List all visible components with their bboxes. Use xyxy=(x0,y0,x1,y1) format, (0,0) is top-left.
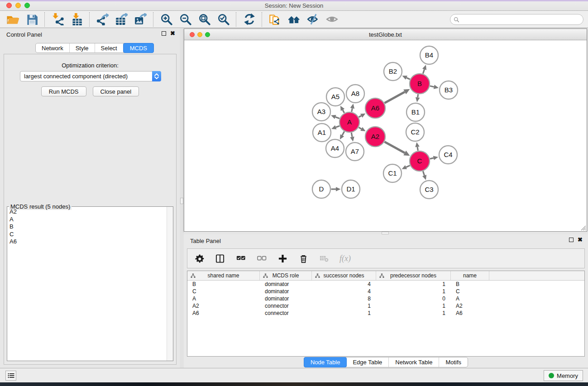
table-row[interactable]: Adominator80A xyxy=(187,295,584,302)
edge-C-C4[interactable] xyxy=(430,156,438,160)
column-header-successor-nodes[interactable]: successor nodes xyxy=(312,271,376,280)
network-window-titlebar[interactable]: testGlobe.txt xyxy=(184,29,587,40)
graph-node-D[interactable]: D xyxy=(312,180,330,198)
graph-node-A3[interactable]: A3 xyxy=(312,103,330,121)
tab-network[interactable]: Network xyxy=(36,43,70,52)
add-column-button[interactable] xyxy=(277,253,288,264)
zoom-selected-button[interactable] xyxy=(214,12,233,27)
graph-node-A4[interactable]: A4 xyxy=(326,139,344,157)
select-all-checkboxes-button[interactable] xyxy=(235,253,246,264)
tab-mcds[interactable]: MCDS xyxy=(123,43,154,53)
refresh-button[interactable] xyxy=(239,12,258,27)
edge-A-A8[interactable] xyxy=(350,104,354,112)
vertical-splitter-handle[interactable] xyxy=(180,198,183,204)
edge-A-A3[interactable] xyxy=(331,115,339,119)
task-history-button[interactable] xyxy=(5,371,16,381)
result-scrollbar[interactable] xyxy=(167,207,173,361)
graph-node-C2[interactable]: C2 xyxy=(406,123,424,141)
tab-motifs[interactable]: Motifs xyxy=(439,357,468,367)
import-table-button[interactable] xyxy=(67,12,86,27)
graph-node-A2[interactable]: A2 xyxy=(365,127,385,147)
run-mcds-button[interactable]: Run MCDS xyxy=(41,86,86,96)
graph-node-B3[interactable]: B3 xyxy=(440,81,458,99)
open-folder-button[interactable] xyxy=(3,12,22,27)
edge-A-A1[interactable] xyxy=(331,125,339,129)
edge-A2-C[interactable] xyxy=(385,142,410,156)
columns-button[interactable] xyxy=(215,253,225,264)
import-network-button[interactable] xyxy=(48,12,67,27)
graph-node-C1[interactable]: C1 xyxy=(383,164,402,182)
graph-node-C4[interactable]: C4 xyxy=(439,146,457,164)
column-header-shared-name[interactable]: shared name xyxy=(187,271,260,280)
tab-select[interactable]: Select xyxy=(95,43,124,52)
mcds-result-item[interactable]: A2 xyxy=(8,208,166,216)
column-header-predecessor-nodes[interactable]: predecessor nodes xyxy=(376,271,451,280)
export-image-button[interactable] xyxy=(131,12,150,27)
zoom-in-button[interactable] xyxy=(157,12,176,27)
table-row[interactable]: Bdominator41B xyxy=(187,281,584,288)
graph-node-A1[interactable]: A1 xyxy=(313,124,331,142)
graph-node-C[interactable]: C xyxy=(410,151,430,171)
graph-node-C3[interactable]: C3 xyxy=(420,181,438,199)
tab-node-table[interactable]: Node Table xyxy=(304,357,347,367)
mcds-result-item[interactable]: A6 xyxy=(8,238,166,246)
zoom-out-button[interactable] xyxy=(176,12,195,27)
edge-A-A6[interactable] xyxy=(359,114,366,118)
float-table-panel-icon[interactable] xyxy=(569,238,574,242)
graph-node-B[interactable]: B xyxy=(410,74,430,94)
graph-node-A6[interactable]: A6 xyxy=(365,98,385,118)
vertical-splitter[interactable] xyxy=(180,28,184,368)
edge-A6-B[interactable] xyxy=(385,89,410,103)
edge-A-A4[interactable] xyxy=(340,132,344,140)
home-neighbors-button[interactable] xyxy=(284,12,303,27)
edge-D-D1[interactable] xyxy=(331,187,341,191)
graph-node-A5[interactable]: A5 xyxy=(326,88,344,106)
edge-B-B3[interactable] xyxy=(430,85,439,89)
edge-B-B2[interactable] xyxy=(402,76,410,80)
column-header-name[interactable]: name xyxy=(451,271,489,280)
duplicate-network-button[interactable] xyxy=(265,12,284,27)
close-table-panel-icon[interactable]: ✖ xyxy=(578,238,583,242)
column-header-MCDS-role[interactable]: MCDS role xyxy=(260,271,312,280)
tab-edge-table[interactable]: Edge Table xyxy=(346,357,389,367)
table-row[interactable]: A6connector11A6 xyxy=(187,310,584,317)
delete-column-button[interactable] xyxy=(298,253,309,264)
export-table-button[interactable] xyxy=(112,12,131,27)
memory-button[interactable]: Memory xyxy=(544,370,583,381)
hide-selected-button[interactable] xyxy=(303,12,322,27)
edge-C-C1[interactable] xyxy=(402,165,410,169)
close-panel-icon[interactable]: ✖ xyxy=(170,31,175,36)
graph-node-A8[interactable]: A8 xyxy=(346,85,364,103)
edge-B-B4[interactable] xyxy=(422,65,426,73)
resize-grip-icon[interactable] xyxy=(580,225,586,231)
deselect-all-checkboxes-button[interactable] xyxy=(256,253,267,264)
graph-node-B2[interactable]: B2 xyxy=(384,62,402,81)
graph-node-B1[interactable]: B1 xyxy=(406,103,425,121)
graph-node-B4[interactable]: B4 xyxy=(420,46,438,64)
tab-network-table[interactable]: Network Table xyxy=(389,357,439,367)
edge-C-C3[interactable] xyxy=(422,171,426,180)
graph-node-D1[interactable]: D1 xyxy=(342,180,360,198)
criterion-select[interactable]: largest connected component (directed) xyxy=(20,71,161,81)
gear-button[interactable] xyxy=(194,253,205,264)
table-row[interactable]: Cdominator41C xyxy=(187,288,584,295)
edge-C-C2[interactable] xyxy=(415,142,419,151)
export-network-button[interactable] xyxy=(93,12,112,27)
zoom-fit-button[interactable] xyxy=(195,12,214,27)
float-panel-icon[interactable] xyxy=(162,31,166,36)
graph-node-A[interactable]: A xyxy=(339,112,359,132)
mcds-result-item[interactable]: C xyxy=(8,231,166,238)
graph-node-A7[interactable]: A7 xyxy=(346,143,364,161)
search-input[interactable] xyxy=(461,15,583,24)
edge-A-A7[interactable] xyxy=(350,133,354,142)
network-canvas[interactable]: B4B2BB3A5A8A6A3B1AA1C2A2A4A7C4CC1C3DD1 xyxy=(184,40,587,231)
edge-A-A2[interactable] xyxy=(359,127,365,131)
edge-A-A5[interactable] xyxy=(340,106,344,113)
table-row[interactable]: A2connector11A2 xyxy=(187,302,584,310)
tab-style[interactable]: Style xyxy=(70,43,95,52)
edge-B-B1[interactable] xyxy=(416,94,420,102)
mcds-result-item[interactable]: A xyxy=(8,216,166,224)
save-button[interactable] xyxy=(22,12,41,27)
mcds-result-item[interactable]: B xyxy=(8,223,166,231)
close-panel-button[interactable]: Close panel xyxy=(93,86,139,96)
